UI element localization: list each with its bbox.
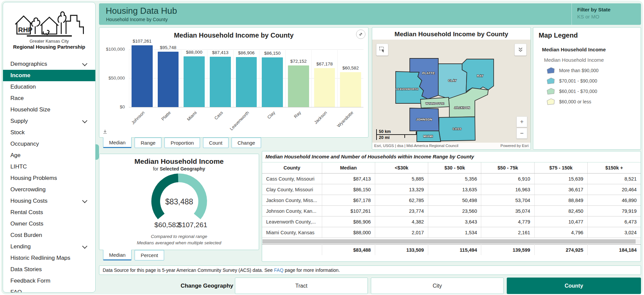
gauge-tab-percent[interactable]: Percent	[135, 250, 164, 260]
county-label-wyandotte: WYANDOTTE	[426, 102, 444, 105]
chart-tab-proportion[interactable]: Proportion	[164, 138, 200, 148]
sidebar-item-label: Overcrowding	[10, 186, 46, 193]
gauge-tab-median[interactable]: Median	[103, 250, 132, 260]
geo-level-button-county[interactable]: County	[507, 278, 641, 294]
value-cell: $86,150	[322, 184, 375, 195]
value-cell: $88,000	[322, 227, 375, 238]
value-cell: 13,329	[375, 184, 428, 195]
bar-cass[interactable]: $87,413Cass	[207, 49, 233, 107]
bar-platte[interactable]: $95,748Platte	[155, 49, 181, 107]
bar-value-label: $87,413	[212, 50, 229, 55]
sidebar-item-owner-costs[interactable]: Owner Costs	[3, 218, 95, 230]
map-collapse-button[interactable]	[514, 44, 527, 56]
county-label-ray: RAY	[477, 74, 484, 78]
logo-org-name: Regional Housing Partnership	[3, 44, 95, 50]
sidebar-item-demographics[interactable]: Demographics	[3, 58, 95, 70]
horizontal-scrollbar[interactable]	[262, 239, 640, 244]
org-logo: RHP Greater Kansas City Regional Housing…	[3, 2, 95, 50]
sidebar-item-label: Demographics	[10, 61, 47, 67]
bar-ray[interactable]: $72,152Ray	[285, 49, 311, 107]
sidebar-item-lihtc[interactable]: LIHTC	[3, 161, 95, 173]
sidebar-item-housing-problems[interactable]: Housing Problems	[3, 173, 95, 184]
bar-value-label: $88,000	[186, 50, 202, 55]
sidebar-item-race[interactable]: Race	[3, 93, 95, 104]
zoom-in-button[interactable]: +	[516, 116, 527, 127]
county-label-jackson: JACKSON	[454, 106, 470, 109]
sidebar-item-lending[interactable]: Lending	[3, 241, 95, 252]
table-row[interactable]: Miami County, Kansas$88,0002,0171,5342,1…	[262, 227, 641, 238]
table-caption: Median Household Income and Number of Ho…	[262, 151, 641, 162]
y-axis-tick: $0	[101, 104, 125, 110]
sidebar-item-stock[interactable]: Stock	[3, 127, 95, 138]
bar-category-label: Miami	[186, 110, 198, 122]
chart-tab-change[interactable]: Change	[232, 138, 261, 148]
sidebar-item-faq[interactable]: FAQ	[3, 287, 95, 293]
bar-johnson[interactable]: $107,261Johnson	[129, 49, 155, 107]
legend-item-label: $70,001 - $90,000	[559, 78, 597, 84]
sidebar-item-label: Stock	[10, 129, 25, 136]
bar-miami[interactable]: $88,000Miami	[181, 49, 207, 107]
table-row[interactable]: Cass County, Missouri$87,4135,8855,3566,…	[262, 174, 641, 184]
county-label-johnson: JOHNSON	[416, 118, 432, 121]
chart-tab-count[interactable]: Count	[203, 138, 229, 148]
sidebar-item-household-size[interactable]: Household Size	[3, 104, 95, 115]
legend-subheading: Median Household Income	[544, 57, 641, 63]
legend-item-label: $60,000 or less	[559, 99, 591, 104]
bar-clay[interactable]: $86,150Clay	[259, 49, 285, 107]
legend-title: Map Legend	[539, 32, 641, 39]
bar-rect: $107,261	[132, 45, 153, 107]
sidebar-item-cost-burden[interactable]: Cost Burden	[3, 230, 95, 241]
sidebar-item-housing-costs[interactable]: Housing Costs	[3, 195, 95, 207]
table-header-row: CountyMedian<$30k$30 - 50k$50 - 75k$75 -…	[262, 162, 641, 174]
state-filter[interactable]: Filter by State KS or MO	[572, 3, 641, 25]
sidebar-item-supply[interactable]: Supply	[3, 115, 95, 127]
sidebar-item-data-stories[interactable]: Data Stories	[3, 264, 95, 275]
table-row[interactable]: Jackson County, Miss...$67,17862,78550,4…	[262, 195, 641, 206]
bar-jackson[interactable]: $67,178Jackson	[311, 49, 338, 107]
table-row[interactable]: Johnson County, Kan...$107,26123,77423,5…	[262, 206, 641, 216]
chart-tab-median[interactable]: Median	[103, 137, 132, 148]
legend-swatch-icon	[546, 88, 555, 95]
table-row[interactable]: Leavenworth County,...$86,9064,3823,6434…	[262, 216, 641, 227]
legend-item-60-000-or-less: $60,000 or less	[546, 98, 641, 105]
value-cell: 36,617	[534, 184, 587, 195]
sidebar-item-label: FAQ	[10, 289, 22, 293]
column-header-75-150k: $75 - 150k	[534, 162, 587, 174]
geo-level-button-tract[interactable]: Tract	[235, 278, 368, 294]
geo-level-button-city[interactable]: City	[371, 278, 504, 294]
bar-category-label: Jackson	[313, 110, 328, 125]
table-row[interactable]: Clay County, Missouri$86,15013,32913,635…	[262, 184, 641, 195]
sidebar-collapse-handle[interactable]	[95, 144, 99, 160]
sidebar-item-label: Rental Costs	[10, 209, 43, 216]
expand-chart-button[interactable]	[356, 30, 365, 39]
county-map: LEAVENWORTHPLATTECLAYRAYWYANDOTTEJACKSON…	[372, 40, 531, 143]
value-cell: 4,779	[481, 216, 534, 227]
bar-wyandotte[interactable]: $60,582Wyandotte	[337, 49, 363, 107]
zoom-out-button[interactable]: −	[516, 128, 527, 139]
bar-rect: $86,150	[262, 57, 283, 107]
download-icon[interactable]	[103, 129, 107, 135]
bar-value-label: $72,152	[290, 59, 307, 64]
sidebar-item-historic-redlining-maps[interactable]: Historic Redlining Maps	[3, 252, 95, 264]
map-canvas[interactable]: LEAVENWORTHPLATTECLAYRAYWYANDOTTEJACKSON…	[372, 40, 531, 149]
value-cell: 46,890	[588, 195, 641, 206]
sidebar-item-age[interactable]: Age	[3, 150, 95, 161]
sidebar-nav: DemographicsIncomeEducationRaceHousehold…	[3, 58, 95, 293]
bar-rect: $95,748	[158, 52, 179, 107]
bar-category-label: Clay	[266, 110, 276, 120]
sidebar-item-overcrowding[interactable]: Overcrowding	[3, 184, 95, 195]
sidebar-item-feedback-form[interactable]: Feedback Form	[3, 275, 95, 287]
bar-leavenworth[interactable]: $86,906Leavenworth	[233, 49, 259, 107]
sidebar-item-income[interactable]: Income	[3, 70, 95, 81]
faq-link[interactable]: FAQ	[274, 267, 284, 273]
sidebar-item-occupancy[interactable]: Occupancy	[3, 138, 95, 150]
value-cell: 8,521	[588, 174, 641, 184]
chart-tab-range[interactable]: Range	[135, 138, 161, 148]
map-select-tool-button[interactable]	[376, 44, 388, 56]
value-cell: 15,639	[534, 174, 587, 184]
value-cell: 79,919	[588, 206, 641, 216]
sidebar-item-education[interactable]: Education	[3, 81, 95, 93]
gauge-max-label: $107,261	[178, 221, 207, 229]
attribution-text: Esri, USGS | dsa | Mid-America Regional …	[374, 144, 458, 149]
sidebar-item-rental-costs[interactable]: Rental Costs	[3, 207, 95, 218]
